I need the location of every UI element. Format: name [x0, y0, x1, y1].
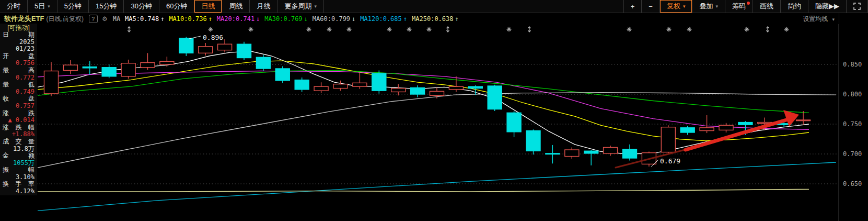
candle-body [353, 83, 367, 86]
quote-label: 日期 [3, 31, 34, 39]
price-annotation: 0.679 [660, 157, 680, 165]
price-annotation: 0.896 [203, 34, 223, 41]
candle-body [237, 44, 251, 58]
quote-value: 01/23 [3, 46, 34, 53]
quote-label: 振幅 [3, 167, 34, 174]
ma-line-ma60 [38, 93, 836, 168]
candle-body [507, 113, 521, 131]
quote-value: 13.8万 [3, 146, 34, 153]
candle-body [179, 38, 193, 53]
y-axis-label: 0.850 [843, 61, 862, 68]
candle-body [584, 151, 598, 153]
ma-line-ma20 [38, 71, 809, 130]
quote-panel[interactable]: [可拖动] 日期202501/23开盘0.756最高0.772最低0.749收盘… [0, 24, 37, 195]
quote-label: 换手率 [3, 181, 34, 188]
stock-chart-app: 分时5日▾5分钟15分钟30分钟60分钟日线周线月线更多周期▾ +−复权▾叠加▾… [0, 0, 868, 221]
drag-handle-label: [可拖动] [3, 24, 34, 31]
y-axis-label: 0.800 [843, 91, 862, 98]
candle-body [44, 71, 59, 94]
candle-body [449, 86, 463, 90]
candle-body [565, 150, 579, 157]
candle-body [121, 63, 135, 76]
candle-body [160, 61, 174, 64]
quote-label: 涨跌 [3, 110, 34, 117]
quote-value: 3.10% [3, 174, 34, 181]
candle-body [372, 73, 386, 91]
y-axis-label: 0.750 [843, 120, 862, 128]
quote-label: 金额 [3, 152, 34, 160]
candle-body [796, 120, 811, 121]
candle-body [604, 147, 618, 153]
candle-body [546, 153, 560, 154]
y-axis-label: 0.700 [843, 150, 862, 158]
quote-value: 0.756 [3, 60, 34, 67]
annotation-pointer [189, 36, 201, 39]
quote-label: 成交量 [3, 138, 34, 146]
candle-body [661, 127, 675, 152]
ma-line-ma250 [38, 189, 809, 192]
candle-body [102, 68, 116, 76]
candle-body [430, 91, 444, 95]
y-axis-label: 0.650 [843, 180, 862, 187]
quote-label: 最高 [3, 67, 34, 74]
quote-value: 0.772 [3, 74, 34, 82]
candle-body [738, 123, 753, 125]
quote-value: 1055万 [3, 160, 34, 167]
candle-body [623, 149, 637, 158]
quote-rows: 日期202501/23开盘0.756最高0.772最低0.749收盘0.757涨… [3, 31, 34, 195]
candle-body [468, 86, 482, 88]
candle-body [141, 63, 155, 68]
candle-body [700, 128, 714, 131]
candle-body [333, 84, 348, 89]
quote-value: +1.88% [3, 131, 34, 138]
quote-label: 收盘 [3, 95, 34, 103]
candle-body [295, 80, 309, 90]
candle-body [83, 67, 97, 68]
quote-label: 最低 [3, 81, 34, 89]
candle-body [411, 87, 425, 94]
candle-body [314, 86, 328, 91]
quote-value: ▲ 0.014 [3, 117, 34, 124]
candle-body [63, 65, 77, 70]
quote-value: 2025 [3, 39, 34, 46]
candle-body [488, 86, 502, 109]
candle-body [218, 44, 232, 50]
ma-line-ma120 [38, 162, 836, 211]
candle-body [526, 131, 540, 151]
quote-value: 0.749 [3, 89, 34, 96]
candle-body [391, 89, 406, 92]
candle-body [256, 57, 270, 69]
quote-value: 4.12% [3, 188, 34, 195]
candle-body [199, 47, 213, 53]
candle-body [275, 69, 290, 81]
candlestick-chart[interactable]: 0.8500.8000.7500.7000.6500.8960.679 [0, 0, 868, 221]
candle-body [719, 125, 733, 130]
quote-label: 开盘 [3, 53, 34, 60]
quote-label: 涨跌幅 [3, 124, 34, 131]
quote-value: 0.757 [3, 103, 34, 110]
chart-canvas: 0.8500.8000.7500.7000.6500.8960.679 [0, 0, 868, 221]
candle-body [680, 128, 695, 132]
